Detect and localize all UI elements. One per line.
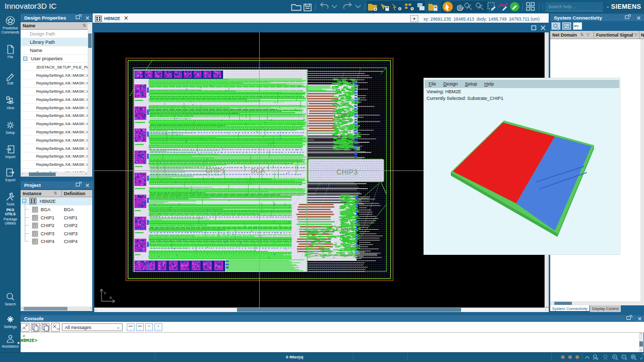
svg-text:Y: Y [104,291,107,296]
svg-text:CHIP4: CHIP4 [336,226,354,233]
svg-text:⌃: ⌃ [545,33,548,37]
svg-text:X: X [109,296,112,300]
svg-text:⌄: ⌄ [545,304,548,307]
svg-text:CHIP3: CHIP3 [336,168,358,176]
svg-text:CHIP2: CHIP2 [334,112,350,118]
svg-text:→: → [576,26,579,29]
